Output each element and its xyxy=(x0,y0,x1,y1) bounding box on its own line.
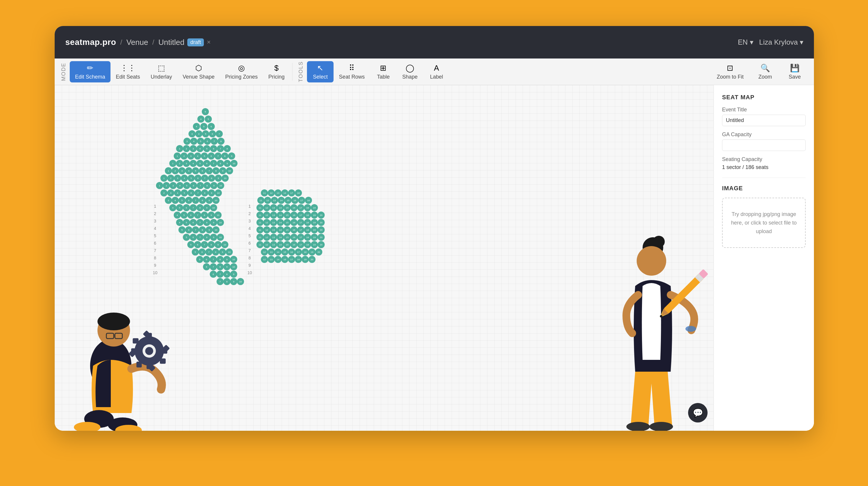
svg-text:7: 7 xyxy=(204,243,205,246)
svg-text:1: 1 xyxy=(177,155,178,157)
svg-text:8: 8 xyxy=(206,221,208,224)
svg-text:11: 11 xyxy=(259,243,261,246)
svg-text:13: 13 xyxy=(270,251,273,253)
svg-text:15: 15 xyxy=(287,199,289,202)
svg-text:19: 19 xyxy=(313,236,316,239)
svg-text:8: 8 xyxy=(154,255,156,260)
svg-text:5: 5 xyxy=(195,251,196,253)
svg-text:10: 10 xyxy=(239,280,242,283)
svg-text:6: 6 xyxy=(191,192,192,194)
svg-text:6: 6 xyxy=(206,162,208,165)
svg-text:14: 14 xyxy=(279,229,282,231)
svg-text:14: 14 xyxy=(279,243,282,246)
seat-map-svg: 1 2 3 4 5 6 7 8 9 10 1 2 3 4 5 6 7 8 9 1… xyxy=(72,91,362,322)
zoom-to-fit-label: Zoom to Fit xyxy=(717,74,744,80)
chat-button[interactable]: 💬 xyxy=(688,403,708,423)
tool-edit-schema[interactable]: ✏ Edit Schema xyxy=(70,61,111,83)
breadcrumb-sep1: / xyxy=(120,38,122,47)
image-drop-zone[interactable]: Try dropping jpg/png image here, or clic… xyxy=(722,198,806,248)
svg-text:9: 9 xyxy=(209,229,210,231)
svg-text:4: 4 xyxy=(188,170,190,172)
svg-text:17: 17 xyxy=(300,236,302,239)
ga-capacity-input[interactable] xyxy=(722,140,806,151)
svg-text:2: 2 xyxy=(183,155,185,157)
event-title-input[interactable] xyxy=(722,115,806,126)
tool-label[interactable]: A Label xyxy=(423,61,450,83)
svg-text:13: 13 xyxy=(272,236,275,239)
svg-text:7: 7 xyxy=(219,273,221,276)
svg-text:7: 7 xyxy=(204,177,206,180)
svg-text:9: 9 xyxy=(211,192,212,194)
svg-text:12: 12 xyxy=(263,251,266,253)
svg-text:13: 13 xyxy=(272,221,275,224)
svg-text:13: 13 xyxy=(277,192,279,194)
svg-text:9: 9 xyxy=(154,263,156,268)
svg-text:1: 1 xyxy=(159,184,160,187)
svg-text:5: 5 xyxy=(206,147,208,150)
ga-capacity-field: GA Capacity xyxy=(722,131,806,151)
svg-text:9: 9 xyxy=(231,155,232,157)
svg-text:9: 9 xyxy=(222,170,224,172)
svg-text:1: 1 xyxy=(154,204,156,209)
svg-text:6: 6 xyxy=(213,273,214,276)
zoom-button[interactable]: 🔍 Zoom xyxy=(752,61,778,83)
svg-text:8: 8 xyxy=(219,266,221,268)
zoom-icon: 🔍 xyxy=(761,63,770,73)
toolbar-divider xyxy=(292,63,292,81)
svg-text:2: 2 xyxy=(166,184,167,187)
svg-text:16: 16 xyxy=(293,236,296,239)
svg-text:4: 4 xyxy=(198,133,200,135)
svg-text:2: 2 xyxy=(154,211,156,216)
svg-text:6: 6 xyxy=(202,251,203,253)
svg-text:8: 8 xyxy=(215,251,217,253)
svg-text:12: 12 xyxy=(266,236,268,239)
tool-underlay[interactable]: ⬚ Underlay xyxy=(145,61,177,83)
tool-edit-seats[interactable]: ⋮⋮ Edit Seats xyxy=(111,61,145,83)
svg-text:3: 3 xyxy=(170,192,172,194)
svg-text:10: 10 xyxy=(233,162,236,165)
svg-text:3: 3 xyxy=(168,199,169,202)
seat-rows-icon: ⠿ xyxy=(349,63,354,73)
tools-label: TOOLS xyxy=(298,61,304,82)
tool-select[interactable]: ↖ Select xyxy=(307,61,334,83)
tool-venue-shape[interactable]: ⬡ Venue Shape xyxy=(177,61,220,83)
tool-seat-rows[interactable]: ⠿ Seat Rows xyxy=(334,61,370,83)
user-menu[interactable]: Liza Krylova ▾ xyxy=(759,38,803,47)
save-icon: 💾 xyxy=(790,63,800,73)
svg-text:7: 7 xyxy=(208,251,210,253)
tab-close-button[interactable]: × xyxy=(207,38,211,46)
image-drop-text: Try dropping jpg/png image here, or clic… xyxy=(731,211,797,234)
svg-text:12: 12 xyxy=(263,258,266,261)
svg-text:9: 9 xyxy=(206,207,208,209)
svg-text:6: 6 xyxy=(186,207,187,209)
svg-text:9: 9 xyxy=(226,162,228,165)
chat-icon: 💬 xyxy=(693,408,703,418)
language-selector[interactable]: EN ▾ xyxy=(738,38,753,47)
svg-text:17: 17 xyxy=(300,207,302,209)
save-button[interactable]: 💾 Save xyxy=(781,61,808,83)
tool-table[interactable]: ⊞ Table xyxy=(370,61,397,83)
zoom-to-fit-button[interactable]: ⊡ Zoom to Fit xyxy=(711,61,749,83)
svg-text:5: 5 xyxy=(195,170,196,172)
svg-text:17: 17 xyxy=(297,251,300,253)
tool-pricing-zones[interactable]: ◎ Pricing Zones xyxy=(220,61,263,83)
svg-text:19: 19 xyxy=(313,221,316,224)
svg-text:10: 10 xyxy=(153,270,157,275)
tool-pricing[interactable]: $ Pricing xyxy=(263,61,290,83)
tool-shape[interactable]: ◯ Shape xyxy=(397,61,423,83)
svg-text:4: 4 xyxy=(199,147,201,150)
svg-text:7: 7 xyxy=(213,258,214,261)
svg-text:5: 5 xyxy=(203,125,205,128)
svg-text:10: 10 xyxy=(217,214,219,217)
svg-text:5: 5 xyxy=(190,243,192,246)
canvas-area[interactable]: 1 2 3 4 5 6 7 8 9 10 1 2 3 4 5 6 7 8 9 1… xyxy=(55,85,713,431)
svg-text:20: 20 xyxy=(318,251,320,253)
edit-seats-icon: ⋮⋮ xyxy=(120,63,135,73)
svg-text:4: 4 xyxy=(248,226,251,231)
svg-text:5: 5 xyxy=(205,111,206,113)
titlebar-right: EN ▾ Liza Krylova ▾ xyxy=(738,38,803,47)
svg-text:6: 6 xyxy=(202,170,203,172)
svg-text:19: 19 xyxy=(313,229,316,231)
svg-text:19: 19 xyxy=(313,214,316,217)
svg-text:15: 15 xyxy=(286,207,289,209)
